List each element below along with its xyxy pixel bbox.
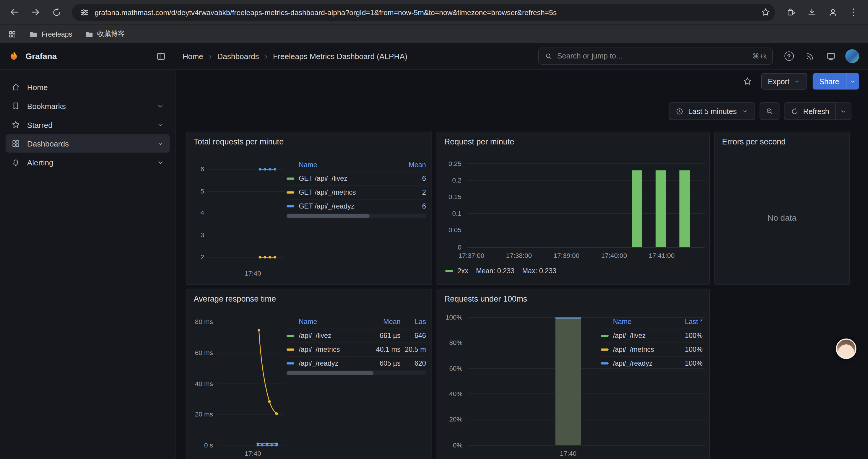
forward-button[interactable] (25, 2, 45, 22)
help-icon[interactable]: ? (780, 48, 797, 64)
legend-header: Name Last * (601, 315, 703, 329)
time-controls: Last 5 minutes Refresh (669, 102, 851, 120)
breadcrumb: Home › Dashboards › Freeleaps Metrics Da… (183, 51, 407, 61)
series-mean: 6 (393, 175, 426, 183)
legend-header: Name Mean Las (286, 315, 426, 329)
series-name[interactable]: /api/_/readyz (613, 359, 674, 367)
profile-icon[interactable] (823, 2, 842, 22)
legend-header-last[interactable]: Las (401, 318, 426, 326)
sidebar-item-label: Dashboards (27, 139, 69, 148)
panel-title[interactable]: Errors per second (722, 137, 786, 146)
series-mean: Mean: 0.233 (476, 267, 514, 275)
series-name[interactable]: GET /api/_/livez (299, 175, 393, 183)
breadcrumb-dashboards[interactable]: Dashboards (217, 52, 259, 61)
rss-icon[interactable] (802, 48, 818, 64)
series-name[interactable]: /api/_/livez (613, 332, 674, 340)
back-button[interactable] (4, 2, 24, 22)
floating-avatar[interactable] (836, 338, 856, 359)
panel-total-requests: Total requests per minute 6 5 4 3 2 17:4 (186, 132, 432, 285)
share-button[interactable]: Share (813, 73, 859, 90)
legend-table: Name Last * /api/_/livez 100% /api/_/met… (601, 315, 703, 370)
grafana-brand[interactable]: Grafana (25, 52, 57, 61)
series-last: 100% (674, 346, 703, 353)
chevron-down-icon (793, 78, 800, 85)
time-range-picker[interactable]: Last 5 minutes (669, 102, 755, 120)
legend-header-last[interactable]: Last * (674, 318, 703, 326)
monitor-icon[interactable] (823, 48, 839, 64)
apps-grid-icon[interactable] (8, 30, 17, 38)
export-button[interactable]: Export (761, 73, 807, 90)
series-name[interactable]: GET /api/_/metrics (299, 189, 393, 196)
grafana-top-nav: Grafana Home › Dashboards › Freeleaps Me… (0, 43, 868, 70)
chevron-down-icon[interactable] (157, 140, 164, 147)
series-name[interactable]: /api/_/metrics (299, 346, 368, 353)
bar-chart (437, 132, 710, 286)
series-name[interactable]: /api/_/readyz (299, 359, 368, 367)
sidebar-item-label: Home (27, 83, 48, 92)
refresh-icon (790, 107, 799, 115)
series-name[interactable]: GET /api/_/readyz (299, 202, 393, 210)
downloads-icon[interactable] (802, 2, 821, 22)
zoom-out-button[interactable] (759, 102, 779, 120)
bookmark-folder-freeleaps[interactable]: Freeleaps (29, 30, 72, 38)
legend-header: Name Mean (286, 158, 426, 172)
bell-icon (11, 158, 20, 167)
url-text: grafana.mathmast.com/d/deytv4rwavabkb/fr… (95, 8, 755, 16)
legend-scrollbar[interactable] (286, 214, 426, 218)
chevron-down-icon[interactable] (157, 102, 164, 109)
sidebar-item-alerting[interactable]: Alerting (6, 153, 170, 172)
x-axis-tick: 17:40:00 (596, 252, 632, 259)
favorite-star-icon[interactable] (739, 73, 756, 90)
grafana-logo-icon[interactable] (8, 50, 20, 62)
dashboard-canvas: Last 5 minutes Refresh (176, 93, 868, 459)
legend-table: Name Mean GET /api/_/livez 6 GET /api/_/… (286, 158, 426, 214)
panel-requests-under-100ms: Requests under 100ms 100% 80% 60% 40% 20… (436, 289, 710, 459)
sidebar-item-label: Alerting (27, 158, 54, 167)
search-input[interactable] (557, 52, 748, 60)
bookmark-folder-blogs[interactable]: 收藏博客 (85, 29, 125, 39)
legend-header-name[interactable]: Name (613, 318, 674, 326)
sidebar-toggle-icon[interactable] (153, 48, 169, 64)
bookmark-star-icon[interactable] (761, 7, 771, 17)
user-avatar[interactable] (844, 48, 860, 64)
sidebar-item-label: Starred (27, 120, 53, 129)
sidebar-item-home[interactable]: Home (6, 78, 170, 96)
sidebar-item-label: Bookmarks (27, 102, 66, 110)
x-axis-tick: 17:40 (241, 269, 265, 277)
series-name[interactable]: /api/_/livez (299, 332, 368, 340)
browser-window: grafana.mathmast.com/d/deytv4rwavabkb/fr… (0, 0, 868, 459)
address-bar[interactable]: grafana.mathmast.com/d/deytv4rwavabkb/fr… (72, 4, 775, 21)
extensions-icon[interactable] (780, 2, 800, 22)
menu-kebab-icon[interactable]: ⋮ (844, 2, 864, 22)
legend-header-name[interactable]: Name (299, 161, 393, 168)
legend-header-mean[interactable]: Mean (393, 161, 426, 168)
time-range-label: Last 5 minutes (688, 107, 737, 115)
legend-header-mean[interactable]: Mean (368, 318, 401, 326)
share-dropdown-chevron[interactable] (846, 73, 859, 90)
breadcrumb-current: Freeleaps Metrics Dashboard (ALPHA) (273, 52, 407, 61)
bookmark-label: 收藏博客 (97, 29, 125, 39)
legend-row: /api/_/metrics 40.1 ms 20.5 m (286, 343, 426, 357)
legend-row: GET /api/_/livez 6 (286, 172, 426, 186)
dashboards-grid-icon (11, 139, 20, 148)
chevron-down-icon[interactable] (157, 121, 164, 129)
series-name[interactable]: 2xx (458, 267, 468, 275)
reload-button[interactable] (46, 2, 66, 22)
x-axis-tick: 17:40 (556, 450, 580, 457)
home-icon (11, 83, 20, 92)
legend-scrollbar[interactable] (286, 371, 426, 375)
breadcrumb-home[interactable]: Home (183, 52, 203, 61)
sidebar-item-bookmarks[interactable]: Bookmarks (6, 97, 170, 115)
chevron-down-icon[interactable] (157, 158, 164, 166)
sidebar-item-dashboards[interactable]: Dashboards (6, 134, 170, 153)
series-max: Max: 0.233 (522, 267, 557, 275)
sidebar-item-starred[interactable]: Starred (6, 116, 170, 134)
site-info-icon[interactable] (80, 7, 89, 17)
refresh-button[interactable]: Refresh (784, 102, 836, 120)
legend-row: /api/_/metrics 100% (601, 343, 703, 357)
refresh-interval-chevron[interactable] (836, 102, 851, 120)
legend-header-name[interactable]: Name (299, 318, 368, 326)
series-name[interactable]: /api/_/metrics (613, 346, 674, 353)
share-label[interactable]: Share (813, 73, 846, 90)
search-box[interactable]: ⌘+k (538, 47, 773, 65)
